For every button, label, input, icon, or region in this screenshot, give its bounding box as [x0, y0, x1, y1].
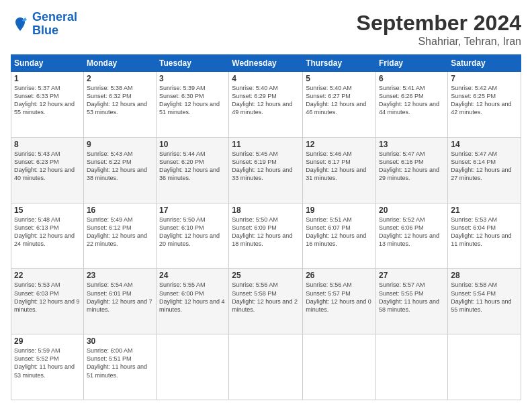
calendar-cell: 18 Sunrise: 5:50 AMSunset: 6:09 PMDaylig… [229, 203, 303, 269]
day-number: 30 [87, 336, 153, 346]
day-info: Sunrise: 5:55 AMSunset: 6:00 PMDaylight:… [159, 281, 225, 312]
week-row: 8 Sunrise: 5:43 AMSunset: 6:23 PMDayligh… [11, 137, 521, 203]
day-number: 18 [232, 205, 300, 215]
col-monday: Monday [83, 55, 156, 72]
day-number: 29 [14, 336, 81, 346]
week-row: 29 Sunrise: 5:59 AMSunset: 5:52 PMDaylig… [11, 334, 521, 400]
calendar-cell: 14 Sunrise: 5:47 AMSunset: 6:14 PMDaylig… [448, 137, 521, 203]
calendar-cell: 24 Sunrise: 5:55 AMSunset: 6:00 PMDaylig… [157, 269, 229, 334]
calendar-cell: 29 Sunrise: 5:59 AMSunset: 5:52 PMDaylig… [11, 334, 84, 400]
calendar-cell: 3 Sunrise: 5:39 AMSunset: 6:30 PMDayligh… [157, 72, 229, 138]
logo-icon [11, 15, 30, 34]
calendar-cell [448, 334, 521, 400]
day-info: Sunrise: 5:42 AMSunset: 6:25 PMDaylight:… [451, 85, 511, 116]
day-number: 6 [379, 74, 445, 83]
day-info: Sunrise: 5:57 AMSunset: 5:55 PMDaylight:… [379, 281, 439, 312]
calendar-cell: 13 Sunrise: 5:47 AMSunset: 6:16 PMDaylig… [376, 137, 448, 203]
day-info: Sunrise: 5:40 AMSunset: 6:29 PMDaylight:… [232, 85, 292, 116]
day-info: Sunrise: 5:51 AMSunset: 6:07 PMDaylight:… [306, 216, 366, 247]
col-thursday: Thursday [303, 55, 376, 72]
calendar-cell: 22 Sunrise: 5:53 AMSunset: 6:03 PMDaylig… [11, 269, 84, 334]
col-friday: Friday [376, 55, 448, 72]
day-number: 13 [379, 140, 445, 149]
logo: General Blue [11, 11, 77, 38]
day-number: 17 [159, 205, 226, 215]
day-info: Sunrise: 5:50 AMSunset: 6:09 PMDaylight:… [232, 216, 292, 247]
calendar-cell: 2 Sunrise: 5:38 AMSunset: 6:32 PMDayligh… [83, 72, 156, 138]
day-info: Sunrise: 5:47 AMSunset: 6:14 PMDaylight:… [451, 150, 511, 181]
col-tuesday: Tuesday [157, 55, 229, 72]
day-number: 14 [451, 140, 518, 149]
calendar-cell: 7 Sunrise: 5:42 AMSunset: 6:25 PMDayligh… [448, 72, 521, 138]
day-info: Sunrise: 5:47 AMSunset: 6:16 PMDaylight:… [379, 150, 439, 181]
calendar-cell: 8 Sunrise: 5:43 AMSunset: 6:23 PMDayligh… [11, 137, 84, 203]
logo-line2: Blue [32, 24, 58, 37]
calendar-cell: 19 Sunrise: 5:51 AMSunset: 6:07 PMDaylig… [303, 203, 376, 269]
calendar-table: Sunday Monday Tuesday Wednesday Thursday… [11, 54, 521, 400]
day-info: Sunrise: 5:46 AMSunset: 6:17 PMDaylight:… [306, 150, 366, 181]
calendar-cell: 17 Sunrise: 5:50 AMSunset: 6:10 PMDaylig… [157, 203, 229, 269]
day-number: 2 [87, 74, 153, 83]
calendar-cell: 26 Sunrise: 5:56 AMSunset: 5:57 PMDaylig… [303, 269, 376, 334]
day-number: 22 [14, 271, 81, 280]
day-number: 10 [159, 140, 226, 149]
day-info: Sunrise: 5:56 AMSunset: 5:57 PMDaylight:… [306, 281, 371, 312]
day-number: 11 [232, 140, 300, 149]
col-wednesday: Wednesday [229, 55, 303, 72]
calendar-cell: 15 Sunrise: 5:48 AMSunset: 6:13 PMDaylig… [11, 203, 84, 269]
day-number: 12 [306, 140, 373, 149]
calendar-cell: 5 Sunrise: 5:40 AMSunset: 6:27 PMDayligh… [303, 72, 376, 138]
day-number: 8 [14, 140, 81, 149]
day-info: Sunrise: 5:48 AMSunset: 6:13 PMDaylight:… [14, 216, 75, 247]
day-info: Sunrise: 5:43 AMSunset: 6:23 PMDaylight:… [14, 150, 75, 181]
calendar-cell: 16 Sunrise: 5:49 AMSunset: 6:12 PMDaylig… [83, 203, 156, 269]
day-info: Sunrise: 5:52 AMSunset: 6:06 PMDaylight:… [379, 216, 439, 247]
week-row: 15 Sunrise: 5:48 AMSunset: 6:13 PMDaylig… [11, 203, 521, 269]
col-sunday: Sunday [11, 55, 84, 72]
day-info: Sunrise: 5:58 AMSunset: 5:54 PMDaylight:… [451, 281, 511, 312]
week-row: 1 Sunrise: 5:37 AMSunset: 6:33 PMDayligh… [11, 72, 521, 138]
day-number: 16 [87, 205, 153, 215]
day-info: Sunrise: 5:45 AMSunset: 6:19 PMDaylight:… [232, 150, 292, 181]
calendar-cell: 11 Sunrise: 5:45 AMSunset: 6:19 PMDaylig… [229, 137, 303, 203]
calendar-cell [157, 334, 229, 400]
col-saturday: Saturday [448, 55, 521, 72]
day-number: 21 [451, 205, 518, 215]
calendar-cell: 21 Sunrise: 5:53 AMSunset: 6:04 PMDaylig… [448, 203, 521, 269]
page: General Blue September 2024 Shahriar, Te… [0, 0, 532, 411]
day-info: Sunrise: 6:00 AMSunset: 5:51 PMDaylight:… [87, 347, 147, 378]
day-number: 24 [159, 271, 226, 280]
logo-line1: General [32, 10, 77, 24]
calendar-cell: 30 Sunrise: 6:00 AMSunset: 5:51 PMDaylig… [83, 334, 156, 400]
day-info: Sunrise: 5:39 AMSunset: 6:30 PMDaylight:… [159, 85, 220, 116]
day-info: Sunrise: 5:41 AMSunset: 6:26 PMDaylight:… [379, 85, 439, 116]
day-number: 25 [232, 271, 300, 280]
calendar-cell: 4 Sunrise: 5:40 AMSunset: 6:29 PMDayligh… [229, 72, 303, 138]
calendar-cell: 23 Sunrise: 5:54 AMSunset: 6:01 PMDaylig… [83, 269, 156, 334]
day-info: Sunrise: 5:53 AMSunset: 6:03 PMDaylight:… [14, 281, 80, 312]
day-number: 1 [14, 74, 81, 83]
month-title: September 2024 [357, 11, 521, 36]
day-number: 26 [306, 271, 373, 280]
calendar-cell: 28 Sunrise: 5:58 AMSunset: 5:54 PMDaylig… [448, 269, 521, 334]
day-info: Sunrise: 5:50 AMSunset: 6:10 PMDaylight:… [159, 216, 220, 247]
week-row: 22 Sunrise: 5:53 AMSunset: 6:03 PMDaylig… [11, 269, 521, 334]
day-number: 19 [306, 205, 373, 215]
header: General Blue September 2024 Shahriar, Te… [11, 11, 521, 48]
calendar-cell [376, 334, 448, 400]
calendar-cell: 12 Sunrise: 5:46 AMSunset: 6:17 PMDaylig… [303, 137, 376, 203]
location: Shahriar, Tehran, Iran [357, 36, 521, 48]
title-block: September 2024 Shahriar, Tehran, Iran [357, 11, 521, 48]
day-number: 7 [451, 74, 518, 83]
calendar-cell: 25 Sunrise: 5:56 AMSunset: 5:58 PMDaylig… [229, 269, 303, 334]
day-number: 9 [87, 140, 153, 149]
logo-text: General Blue [32, 11, 77, 38]
day-number: 3 [159, 74, 226, 83]
calendar-cell: 1 Sunrise: 5:37 AMSunset: 6:33 PMDayligh… [11, 72, 84, 138]
day-number: 4 [232, 74, 300, 83]
calendar-cell: 6 Sunrise: 5:41 AMSunset: 6:26 PMDayligh… [376, 72, 448, 138]
calendar-cell: 20 Sunrise: 5:52 AMSunset: 6:06 PMDaylig… [376, 203, 448, 269]
day-info: Sunrise: 5:40 AMSunset: 6:27 PMDaylight:… [306, 85, 366, 116]
calendar-cell: 9 Sunrise: 5:43 AMSunset: 6:22 PMDayligh… [83, 137, 156, 203]
day-info: Sunrise: 5:38 AMSunset: 6:32 PMDaylight:… [87, 85, 147, 116]
